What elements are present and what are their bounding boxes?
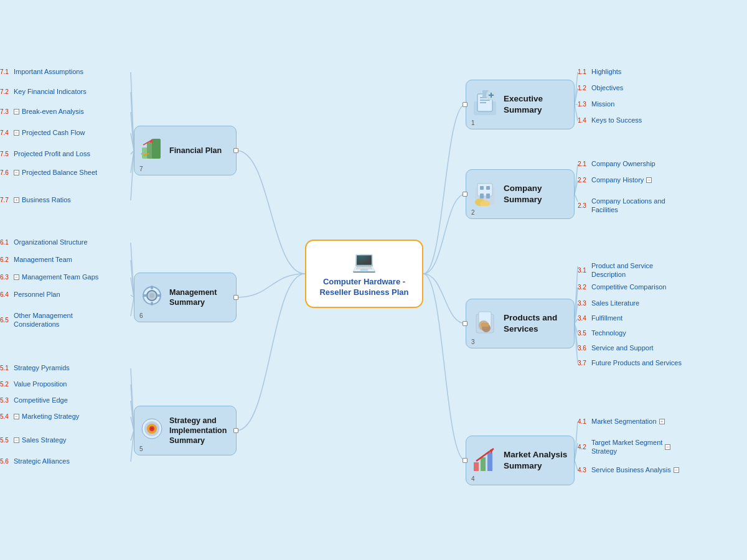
svg-rect-71 bbox=[151, 286, 153, 289]
right-node-2[interactable]: Company Summary2 bbox=[466, 169, 575, 219]
sub-item-3-7[interactable]: 3.7Future Products and Services bbox=[578, 358, 682, 367]
collapse-5-4[interactable] bbox=[14, 414, 19, 419]
left-node-icon-6 bbox=[139, 283, 164, 312]
left-node-6[interactable]: Management Summary6 bbox=[134, 273, 237, 322]
left-node-num-5: 5 bbox=[139, 446, 143, 452]
node-label-2: Company Summary bbox=[504, 183, 569, 205]
sub-item-7-6[interactable]: 7.6Projected Balance Sheet bbox=[0, 168, 97, 177]
sub-item-6-4[interactable]: 6.4Personnel Plan bbox=[0, 290, 60, 299]
node-label-3: Products and Services bbox=[504, 312, 557, 334]
svg-rect-48 bbox=[480, 186, 484, 190]
node-num-3: 3 bbox=[471, 338, 475, 345]
left-node-icon-7 bbox=[139, 136, 164, 166]
collapse-4-3[interactable] bbox=[674, 467, 679, 473]
sub-item-2-3[interactable]: 2.3Company Locations and Facilities bbox=[578, 197, 665, 215]
sub-item-3-5[interactable]: 3.5Technology bbox=[578, 329, 626, 337]
sub-item-4-2[interactable]: 4.2Target Market Segment Strategy bbox=[578, 438, 670, 456]
left-node-7[interactable]: Financial Plan7 bbox=[134, 126, 237, 175]
sub-item-7-5[interactable]: 7.5Projected Profit and Loss bbox=[0, 149, 90, 158]
left-node-icon-5 bbox=[139, 416, 164, 446]
collapse-7-4[interactable] bbox=[14, 130, 19, 136]
collapse-4-1[interactable] bbox=[659, 419, 665, 424]
sub-item-6-5[interactable]: 6.5Other Management Considerations bbox=[0, 311, 73, 329]
svg-rect-58 bbox=[481, 457, 486, 471]
sub-item-4-1[interactable]: 4.1Market Segmentation bbox=[578, 417, 665, 426]
node-label-1: Executive Summary bbox=[504, 93, 569, 115]
node-num-2: 2 bbox=[471, 209, 475, 216]
left-node-label-5: Strategy and Implementation Summary bbox=[169, 416, 227, 446]
svg-point-70 bbox=[149, 293, 154, 298]
sub-item-2-1[interactable]: 2.1Company Ownership bbox=[578, 159, 655, 168]
sub-item-5-2[interactable]: 5.2Value Proposition bbox=[0, 380, 67, 388]
collapse-7-3[interactable] bbox=[14, 109, 19, 114]
sub-item-5-6[interactable]: 5.6Strategic Alliances bbox=[0, 457, 70, 465]
sub-item-3-6[interactable]: 3.6Service and Support bbox=[578, 343, 654, 352]
node-num-4: 4 bbox=[471, 475, 475, 482]
sub-item-5-4[interactable]: 5.4Marketing Strategy bbox=[0, 412, 79, 421]
sub-item-7-2[interactable]: 7.2Key Financial Indicators bbox=[0, 87, 87, 96]
node-icon-3 bbox=[471, 308, 499, 340]
left-node-label-6: Management Summary bbox=[169, 287, 217, 308]
sub-item-7-3[interactable]: 7.3Break-even Analysis bbox=[0, 107, 84, 116]
svg-rect-46 bbox=[480, 194, 484, 198]
collapse-7-7[interactable] bbox=[14, 197, 19, 203]
left-node-label-7: Financial Plan bbox=[169, 146, 222, 156]
svg-rect-59 bbox=[487, 452, 492, 471]
sub-item-5-3[interactable]: 5.3Competitive Edge bbox=[0, 396, 68, 404]
sub-item-5-1[interactable]: 5.1Strategy Pyramids bbox=[0, 363, 70, 372]
sub-item-6-2[interactable]: 6.2Management Team bbox=[0, 255, 72, 264]
svg-rect-56 bbox=[481, 323, 489, 327]
svg-rect-47 bbox=[486, 194, 490, 198]
svg-rect-49 bbox=[486, 186, 490, 190]
sub-item-7-1[interactable]: 7.1Important Assumptions bbox=[0, 67, 83, 76]
sub-item-6-1[interactable]: 6.1Organizational Structure bbox=[0, 238, 88, 246]
sub-item-1-1[interactable]: 1.1Highlights bbox=[578, 67, 621, 76]
sub-item-4-3[interactable]: 4.3Service Business Analysis bbox=[578, 465, 679, 474]
node-num-1: 1 bbox=[471, 119, 475, 126]
sub-item-3-4[interactable]: 3.4Fulfillment bbox=[578, 314, 622, 322]
sub-item-3-2[interactable]: 3.2Competitive Comparison bbox=[578, 282, 666, 291]
sub-item-1-2[interactable]: 1.2Objectives bbox=[578, 83, 623, 92]
sub-item-3-3[interactable]: 3.3Sales Literature bbox=[578, 299, 639, 307]
collapse-2-2[interactable] bbox=[646, 177, 652, 183]
right-node-3[interactable]: Products and Services3 bbox=[466, 299, 575, 348]
left-node-num-6: 6 bbox=[139, 312, 143, 319]
svg-rect-63 bbox=[152, 139, 161, 159]
right-node-1[interactable]: Executive Summary1 bbox=[466, 80, 575, 129]
collapse-6-3[interactable] bbox=[14, 274, 19, 280]
sub-item-7-7[interactable]: 7.7Business Ratios bbox=[0, 195, 71, 204]
node-label-4: Market Analysis Summary bbox=[504, 449, 567, 471]
svg-point-79 bbox=[151, 427, 153, 429]
sub-item-6-3[interactable]: 6.3Management Team Gaps bbox=[0, 273, 98, 281]
sub-item-5-5[interactable]: 5.5Sales Strategy bbox=[0, 436, 67, 444]
sub-item-3-1[interactable]: 3.1Product and Service Description bbox=[578, 261, 653, 279]
collapse-4-2[interactable] bbox=[665, 444, 670, 450]
center-icon: 💻 bbox=[352, 250, 377, 273]
node-icon-2 bbox=[471, 179, 499, 210]
sub-item-1-4[interactable]: 1.4Keys to Success bbox=[578, 116, 642, 124]
collapse-7-6[interactable] bbox=[14, 170, 19, 175]
svg-rect-72 bbox=[151, 302, 153, 306]
sub-item-1-3[interactable]: 1.3Mission bbox=[578, 100, 614, 108]
sub-item-2-2[interactable]: 2.2Company History bbox=[578, 175, 652, 184]
svg-rect-73 bbox=[143, 294, 147, 297]
sub-item-7-4[interactable]: 7.4Projected Cash Flow bbox=[0, 128, 85, 137]
svg-rect-45 bbox=[477, 184, 492, 196]
left-node-num-7: 7 bbox=[139, 166, 143, 172]
svg-rect-74 bbox=[157, 294, 161, 297]
center-node: 💻 Computer Hardware - Reseller Business … bbox=[305, 240, 423, 308]
right-node-4[interactable]: Market Analysis Summary4 bbox=[466, 436, 575, 485]
left-node-5[interactable]: Strategy and Implementation Summary5 bbox=[134, 406, 237, 455]
node-icon-1 bbox=[471, 89, 499, 121]
collapse-5-5[interactable] bbox=[14, 437, 19, 443]
svg-rect-57 bbox=[474, 462, 479, 471]
node-icon-4 bbox=[471, 445, 499, 477]
center-label: Computer Hardware - Reseller Business Pl… bbox=[312, 277, 416, 298]
